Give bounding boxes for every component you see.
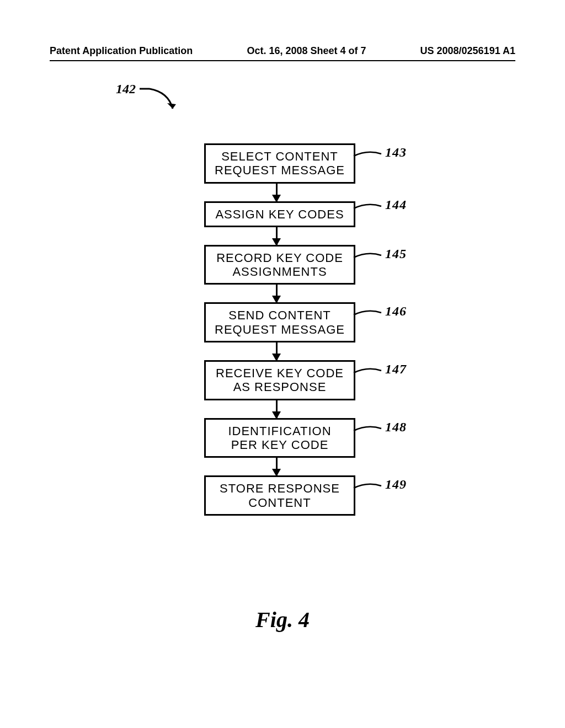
flow-step-text: PER KEY CODE: [208, 438, 351, 452]
flow-step-text: REQUEST MESSAGE: [208, 323, 351, 336]
flow-step-text: SELECT CONTENT: [208, 149, 351, 163]
flow-step-144: ASSIGN KEY CODES 144: [204, 201, 355, 227]
flow-step-145: RECORD KEY CODE ASSIGNMENTS 145: [204, 245, 355, 285]
leader-line-icon: [354, 202, 381, 216]
ref-label-146: 146: [385, 304, 407, 319]
page: Patent Application Publication Oct. 16, …: [0, 0, 565, 728]
flow-arrow-icon: [276, 285, 278, 302]
flow-arrow-icon: [276, 458, 278, 475]
flow-step-148: IDENTIFICATION PER KEY CODE 148: [204, 418, 355, 458]
flow-step-text: ASSIGNMENTS: [208, 265, 351, 279]
flow-step-147: RECEIVE KEY CODE AS RESPONSE 147: [204, 360, 355, 400]
ref-label-142: 142: [116, 82, 136, 97]
flow-step-text: REQUEST MESSAGE: [208, 163, 351, 177]
flow-step-text: AS RESPONSE: [208, 380, 351, 394]
flow-step-text: STORE RESPONSE: [208, 481, 351, 495]
flowchart: SELECT CONTENT REQUEST MESSAGE 143 ASSIG…: [0, 143, 565, 516]
flow-step-text: CONTENT: [208, 496, 351, 510]
entry-arrow-icon: [140, 84, 184, 117]
ref-label-143: 143: [385, 145, 407, 160]
leader-line-icon: [354, 424, 381, 438]
flow-arrow-icon: [276, 400, 278, 418]
figure-caption: Fig. 4: [0, 607, 565, 633]
flow-arrow-icon: [276, 184, 278, 201]
flow-step-149: STORE RESPONSE CONTENT 149: [204, 475, 355, 516]
flow-step-143: SELECT CONTENT REQUEST MESSAGE 143: [204, 143, 355, 184]
ref-label-149: 149: [385, 477, 407, 493]
flow-step-146: SEND CONTENT REQUEST MESSAGE 146: [204, 302, 355, 342]
ref-label-144: 144: [385, 197, 407, 213]
ref-label-148: 148: [385, 420, 407, 435]
header-left: Patent Application Publication: [50, 45, 193, 57]
page-header: Patent Application Publication Oct. 16, …: [50, 45, 515, 61]
header-right: US 2008/0256191 A1: [420, 45, 515, 57]
leader-line-icon: [354, 149, 381, 163]
flow-arrow-icon: [276, 227, 278, 245]
leader-line-icon: [354, 481, 381, 495]
flow-step-text: RECEIVE KEY CODE: [208, 366, 351, 380]
leader-line-icon: [354, 251, 381, 265]
header-center: Oct. 16, 2008 Sheet 4 of 7: [247, 45, 366, 57]
leader-line-icon: [354, 308, 381, 322]
flow-step-text: RECORD KEY CODE: [208, 251, 351, 265]
flow-step-text: ASSIGN KEY CODES: [208, 207, 351, 221]
ref-label-145: 145: [385, 247, 407, 262]
flow-step-text: IDENTIFICATION: [208, 424, 351, 438]
svg-marker-0: [167, 103, 176, 109]
flow-arrow-icon: [276, 342, 278, 360]
flow-step-text: SEND CONTENT: [208, 308, 351, 322]
ref-label-147: 147: [385, 362, 407, 377]
leader-line-icon: [354, 366, 381, 380]
